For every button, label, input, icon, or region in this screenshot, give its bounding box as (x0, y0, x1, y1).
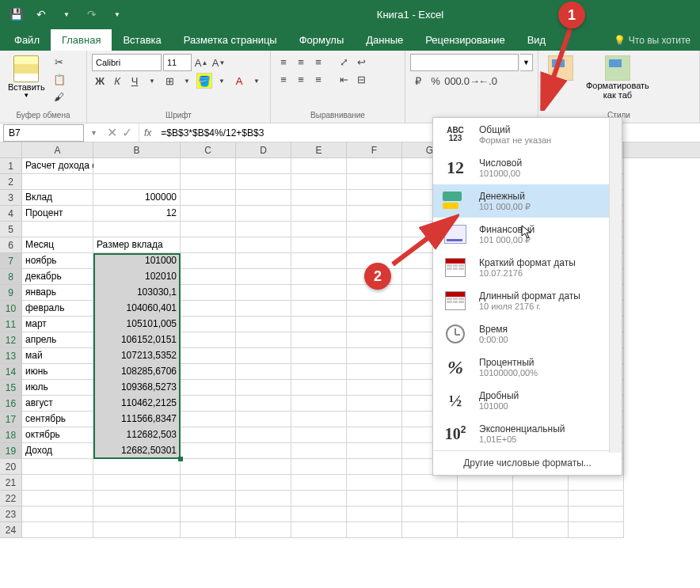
cell-B15[interactable]: 109368,5273 (93, 380, 181, 396)
cell-C6[interactable] (181, 237, 236, 253)
cell-F24[interactable] (347, 522, 402, 538)
cell-B19[interactable]: 12682,50301 (93, 443, 181, 459)
cell-I21[interactable] (513, 475, 569, 491)
tab-insert[interactable]: Вставка (112, 29, 172, 51)
cell-A12[interactable]: апрель (22, 332, 93, 348)
cell-E5[interactable] (291, 222, 347, 237)
italic-button[interactable]: К (109, 73, 125, 89)
column-header-D[interactable]: D (236, 142, 291, 157)
cell-E20[interactable] (291, 459, 347, 475)
cell-F12[interactable] (347, 332, 402, 348)
decrease-indent-icon[interactable]: ⇤ (336, 71, 352, 87)
cell-C12[interactable] (181, 332, 236, 348)
cell-C18[interactable] (181, 427, 236, 443)
cell-F16[interactable] (347, 396, 402, 412)
format-item-time[interactable]: Время0:00:00 (433, 317, 622, 351)
tab-review[interactable]: Рецензирование (414, 29, 515, 51)
tab-formulas[interactable]: Формулы (288, 29, 356, 51)
column-header-B[interactable]: B (93, 142, 181, 157)
align-top-icon[interactable]: ≡ (276, 54, 291, 70)
cell-B12[interactable]: 106152,0151 (93, 332, 181, 348)
cell-A14[interactable]: июнь (22, 364, 93, 380)
cell-E16[interactable] (291, 396, 347, 412)
row-header-18[interactable]: 18 (0, 427, 22, 443)
row-header-10[interactable]: 10 (0, 301, 22, 317)
cell-D8[interactable] (236, 269, 291, 285)
align-center-icon[interactable]: ≡ (293, 71, 309, 87)
cell-C7[interactable] (181, 253, 236, 269)
row-header-20[interactable]: 20 (0, 459, 22, 475)
cell-E14[interactable] (291, 364, 347, 380)
percent-icon[interactable]: % (428, 73, 443, 89)
cell-C4[interactable] (181, 206, 236, 222)
cell-E9[interactable] (291, 285, 347, 301)
cell-D10[interactable] (236, 301, 291, 317)
cell-C21[interactable] (181, 475, 236, 491)
merge-icon[interactable]: ⊟ (353, 71, 369, 87)
cell-G21[interactable] (402, 475, 458, 491)
row-header-12[interactable]: 12 (0, 332, 22, 348)
cell-B18[interactable]: 112682,503 (93, 427, 181, 443)
format-item-currency[interactable]: Денежный101 000,00 ₽ (433, 184, 622, 218)
enter-icon[interactable]: ✓ (122, 125, 132, 140)
decrease-decimal-icon[interactable]: ←.0 (480, 73, 496, 89)
cut-icon[interactable]: ✂ (51, 54, 67, 70)
paste-button[interactable]: Вставить ▼ (5, 54, 48, 101)
cell-C8[interactable] (181, 269, 236, 285)
cell-D15[interactable] (236, 380, 291, 396)
cell-F1[interactable] (347, 158, 402, 174)
align-middle-icon[interactable]: ≡ (293, 54, 309, 70)
format-painter-icon[interactable]: 🖌 (51, 89, 67, 104)
cell-D24[interactable] (236, 522, 291, 538)
cell-B23[interactable] (93, 506, 181, 522)
cell-I24[interactable] (513, 522, 569, 538)
cell-B14[interactable]: 108285,6706 (93, 364, 181, 380)
cell-A11[interactable]: март (22, 317, 93, 332)
tab-data[interactable]: Данные (355, 29, 414, 51)
cell-E4[interactable] (291, 206, 347, 222)
cell-A21[interactable] (22, 475, 93, 491)
cell-A22[interactable] (22, 491, 93, 506)
column-header-C[interactable]: C (181, 142, 236, 157)
cell-B10[interactable]: 104060,401 (93, 301, 181, 317)
cell-A16[interactable]: август (22, 396, 93, 412)
cell-C15[interactable] (181, 380, 236, 396)
cell-C11[interactable] (181, 317, 236, 332)
cell-D3[interactable] (236, 190, 291, 206)
wrap-text-icon[interactable]: ↩ (353, 54, 369, 70)
cell-A3[interactable]: Вклад (22, 190, 93, 206)
cell-B21[interactable] (93, 475, 181, 491)
chevron-down-icon[interactable]: ▼ (214, 73, 230, 89)
fx-icon[interactable]: fx (139, 127, 156, 138)
cell-B8[interactable]: 102010 (93, 269, 181, 285)
cell-A4[interactable]: Процент (22, 206, 93, 222)
cell-G24[interactable] (402, 522, 458, 538)
cell-D5[interactable] (236, 222, 291, 237)
cell-E18[interactable] (291, 427, 347, 443)
cell-E8[interactable] (291, 269, 347, 285)
select-all-corner[interactable] (0, 142, 22, 157)
row-header-22[interactable]: 22 (0, 491, 22, 506)
cell-B20[interactable] (93, 459, 181, 475)
cell-C20[interactable] (181, 459, 236, 475)
format-as-table-button[interactable]: Форматировать как таб (581, 54, 654, 101)
cell-D11[interactable] (236, 317, 291, 332)
redo-icon[interactable]: ↷ (82, 5, 101, 24)
chevron-down-icon[interactable]: ▼ (249, 73, 264, 89)
cell-C9[interactable] (181, 285, 236, 301)
chevron-down-icon[interactable]: ▼ (179, 73, 195, 89)
cell-B7[interactable]: 101000 (93, 253, 181, 269)
cell-A10[interactable]: февраль (22, 301, 93, 317)
cell-G22[interactable] (402, 491, 458, 506)
row-header-24[interactable]: 24 (0, 522, 22, 538)
cell-B22[interactable] (93, 491, 181, 506)
cell-B1[interactable] (93, 158, 181, 174)
tab-home[interactable]: Главная (51, 29, 112, 51)
cell-D13[interactable] (236, 348, 291, 364)
comma-icon[interactable]: 000 (445, 73, 461, 89)
cell-E1[interactable] (291, 158, 347, 174)
align-bottom-icon[interactable]: ≡ (310, 54, 326, 70)
align-right-icon[interactable]: ≡ (310, 71, 326, 87)
name-box[interactable] (3, 124, 84, 142)
cell-A6[interactable]: Месяц (22, 237, 93, 253)
